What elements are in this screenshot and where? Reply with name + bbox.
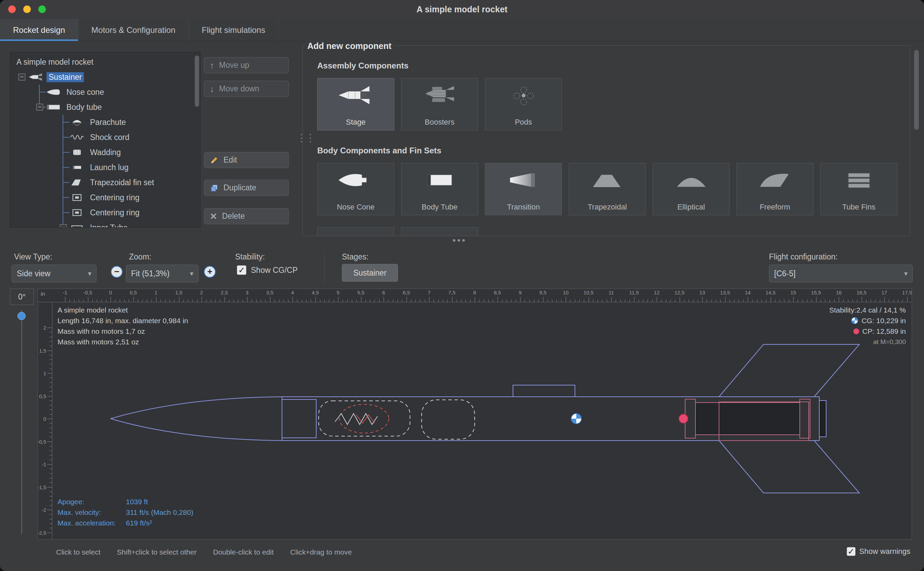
streamer-outline[interactable] [339,404,389,433]
ruler-tick [652,299,653,302]
ruler-tick [470,299,471,302]
move-up-button[interactable]: ↑ Move up [204,57,289,73]
delete-button[interactable]: ✕ Delete [204,208,289,224]
collapse-icon[interactable]: − [18,74,25,80]
rocket-info-line: Length 16,748 in, max. diameter 0,984 in [57,315,188,326]
tab-motors-configuration[interactable]: Motors & Configuration [79,19,189,41]
section-title-assembly: Assembly Components [317,61,409,71]
flight-configuration-select[interactable]: [C6-5] ▾ [769,265,913,282]
zoom-in-button[interactable]: + [204,266,216,278]
engine-block[interactable] [819,401,826,437]
ruler-tick [316,297,316,302]
inner-tube-outline[interactable] [695,403,800,435]
flight-label: Max. acceleration: [57,518,126,528]
ruler-tick [374,299,375,302]
nosecone-icon [46,88,61,97]
ruler-tick [49,505,52,506]
component-tile-body-tube[interactable]: Body Tube [401,163,478,215]
wadding-outline[interactable] [422,400,475,439]
component-tile-nose-cone[interactable]: Nose Cone [317,163,394,215]
ruler-tick [49,355,52,355]
component-tile-elliptical[interactable]: Elliptical [653,163,730,215]
tree-item-launch-lug[interactable]: Launch lug [10,160,200,175]
zoom-select[interactable]: Fit (51,3%) ▾ [126,265,199,282]
component-tile-stage[interactable]: Stage [317,78,394,130]
ruler-label: 13,5 [720,290,730,295]
stage-toggle-sustainer[interactable]: Sustainer [342,264,398,282]
tree-connector-line [63,115,63,228]
ruler-tick [556,299,557,302]
component-tile-transition[interactable]: Transition [485,163,562,215]
ruler-tick [306,299,306,302]
view-type-label: View Type: [14,252,52,262]
tree-item-label: Body tube [64,102,104,112]
ruler-label: 7 [428,290,431,295]
cp-readout: CP: 12,589 in [829,326,906,336]
bottom-fin-outline [719,441,859,493]
ruler-label: 4,5 [312,290,319,295]
flight-row: Max. acceleration:619 ft/s² [57,518,193,528]
tree-item-inner-tube[interactable]: −Inner Tube [10,220,200,228]
tree-item-label: Shock cord [88,133,131,142]
ruler-tick [456,299,457,302]
move-down-button[interactable]: ↓ Move down [204,81,289,97]
ruler-label: 17,5 [902,290,912,295]
ruler-tick [502,299,502,302]
tree-item-trapezoidal-fin-set[interactable]: Trapezoidal fin set [10,175,200,190]
tree-item-wadding[interactable]: Wadding [10,145,200,160]
tree-item-centering-ring[interactable]: Centering ring [10,190,200,205]
tree-scrollbar-thumb[interactable] [195,56,199,107]
cp-icon [853,328,859,335]
ruler-tick [397,299,398,302]
ruler-tick [49,423,52,423]
view-type-select[interactable]: Side view ▾ [12,265,97,282]
ruler-label: 8,5 [494,290,501,295]
component-tile-boosters[interactable]: Boosters [401,78,478,130]
title-bar[interactable]: A simple model rocket [0,0,924,19]
zoom-out-button[interactable]: − [111,266,123,278]
tree-item-sustainer[interactable]: −Sustainer [10,69,200,85]
rocket-canvas[interactable]: in -1-0,500,511,522,533,544,555,566,577,… [38,289,912,540]
ruler-tick [643,299,644,302]
stability-label: Stability: [235,252,265,262]
ruler-tick [743,299,744,302]
show-warnings-checkbox[interactable]: ✓ [847,547,856,556]
show-warnings-control[interactable]: ✓ Show warnings [847,547,910,556]
ruler-tick [761,299,762,302]
component-tile-freeform[interactable]: Freeform [736,163,813,215]
rotation-angle-field[interactable]: 0° [10,289,34,305]
collapse-handle-icon[interactable]: ••• [453,235,467,246]
collapse-icon[interactable]: − [36,104,43,111]
duplicate-button[interactable]: Duplicate [204,180,289,196]
show-cg-cp-checkbox[interactable]: ✓ [237,265,246,275]
ruler-tick [530,299,530,302]
ruler-tick [807,299,807,302]
tree-item-parachute[interactable]: Parachute [10,115,200,130]
collapse-icon[interactable]: − [60,224,67,228]
ruler-tick [593,299,593,302]
ruler-tick [115,299,116,302]
tree-item-centering-ring[interactable]: Centering ring [10,205,200,220]
component-tile-pods[interactable]: Pods [485,78,562,130]
tree-root-item[interactable]: A simple model rocket [10,54,200,69]
tree-item-shock-cord[interactable]: Shock cord [10,130,200,145]
shock-cord-anchor-line[interactable] [356,415,375,423]
component-tile-tube-fins[interactable]: Tube Fins [820,163,897,215]
ruler-tick [748,297,748,302]
parachute-outline[interactable] [319,401,410,436]
partial-tile[interactable] [317,227,394,236]
tab-flight-simulations[interactable]: Flight simulations [189,19,279,41]
rocket-icon [28,73,43,82]
ruler-label: -0,5 [38,438,46,444]
tile-label: Stage [317,118,394,127]
rotation-slider-track[interactable] [21,310,22,534]
edit-button[interactable]: Edit [204,152,289,168]
ruler-tick [101,299,102,302]
panel-scrollbar-thumb[interactable] [914,50,919,130]
ruler-tick [584,299,584,302]
component-tile-trapezoidal[interactable]: Trapezoidal [569,163,646,215]
tab-rocket-design[interactable]: Rocket design [0,19,79,41]
rotation-slider-knob[interactable] [17,312,26,320]
ruler-label: 7,5 [448,290,456,295]
tube-fins-icon [821,169,897,191]
